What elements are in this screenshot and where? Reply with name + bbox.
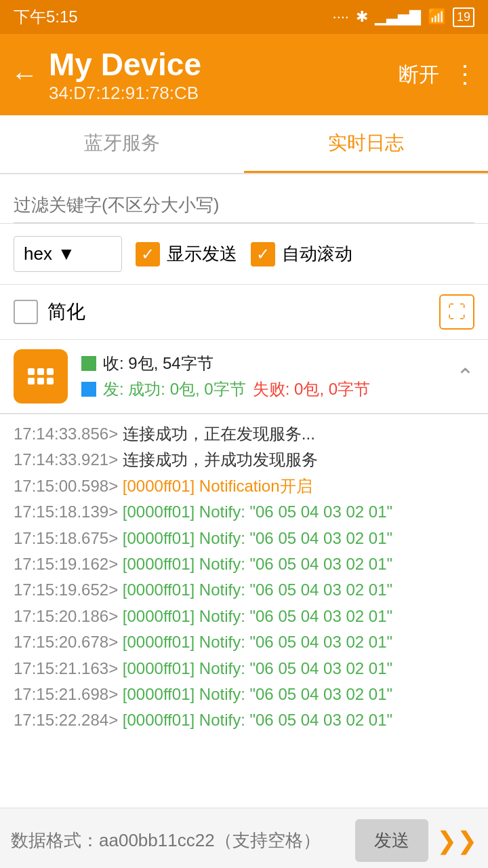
simplify-row: 简化 ⛶ [0,285,488,340]
log-message: [0000ff01] Notify: "06 05 04 03 02 01" [118,659,392,677]
log-time: 17:15:20.186> [14,607,118,625]
log-entry: 17:15:18.675> [0000ff01] Notify: "06 05 … [14,526,474,551]
collapse-stats-button[interactable]: ⌃ [456,363,474,389]
log-message: 连接成功，正在发现服务... [118,425,315,443]
log-time: 17:15:18.675> [14,529,118,547]
log-time: 17:15:21.163> [14,659,118,677]
battery-icon: 19 [453,7,474,27]
controls-row: hex ▼ ✓ 显示发送 ✓ 自动滚动 [0,224,488,285]
filter-input[interactable] [14,188,474,223]
log-time: 17:14:33.921> [14,450,118,469]
status-bar: 下午5:15 ···· ✱ ▁▃▅▇ 📶 19 [0,0,488,34]
log-message: [0000ff01] Notify: "06 05 04 03 02 01" [118,607,392,625]
log-entry: 17:14:33.856> 连接成功，正在发现服务... [14,421,474,447]
log-message: [0000ff01] Notify: "06 05 04 03 02 01" [118,633,392,651]
app-bar-actions: 断开 ⋮ [399,60,477,89]
send-row: 发送 ❯❯ [11,819,477,862]
status-time: 下午5:15 [14,6,78,28]
send-button[interactable]: 发送 [355,819,428,862]
cellular-icon: ▁▃▅▇ [375,8,421,26]
device-address: 34:D7:12:91:78:CB [49,83,388,104]
stats-icon [14,349,68,403]
chevron-down-icon: ▼ [58,243,75,264]
expand-log-button[interactable]: ⛶ [439,294,474,330]
signal-icon: ···· [333,8,349,26]
log-message: [0000ff01] Notify: "06 05 04 03 02 01" [118,555,392,573]
log-entry: 17:15:21.163> [0000ff01] Notify: "06 05 … [14,656,474,682]
app-bar: ← My Device 34:D7:12:91:78:CB 断开 ⋮ [0,34,488,115]
stats-text: 收: 9包, 54字节 发: 成功: 0包, 0字节 失败: 0包, 0字节 [81,353,443,400]
log-entry: 17:15:20.678> [0000ff01] Notify: "06 05 … [14,629,474,655]
show-send-checkbox[interactable]: ✓ 显示发送 [136,242,237,267]
log-entry: 17:14:33.921> 连接成功，并成功发现服务 [14,447,474,473]
log-time: 17:15:21.698> [14,685,118,703]
log-message: [0000ff01] Notification开启 [118,477,312,495]
tab-realtime-log[interactable]: 实时日志 [244,115,488,173]
wifi-icon: 📶 [428,8,446,26]
send-indicator [81,382,96,397]
log-time: 17:14:33.856> [14,425,118,443]
log-time: 17:15:00.598> [14,477,118,495]
log-area: 17:14:33.856> 连接成功，正在发现服务...17:14:33.921… [0,414,488,808]
recv-stats: 收: 9包, 54字节 [103,353,214,374]
send-success-stats: 发: 成功: 0包, 0字节 [103,378,246,400]
device-name: My Device [49,46,388,83]
auto-scroll-checkbox[interactable]: ✓ 自动滚动 [251,242,352,267]
log-entry: 17:15:21.698> [0000ff01] Notify: "06 05 … [14,682,474,707]
log-message: [0000ff01] Notify: "06 05 04 03 02 01" [118,529,392,547]
disconnect-button[interactable]: 断开 [399,61,439,89]
log-time: 17:15:19.652> [14,580,118,599]
format-select[interactable]: hex ▼ [14,236,122,272]
log-message: [0000ff01] Notify: "06 05 04 03 02 01" [118,685,392,703]
log-entry: 17:15:22.284> [0000ff01] Notify: "06 05 … [14,707,474,733]
log-message: [0000ff01] Notify: "06 05 04 03 02 01" [118,711,392,729]
back-button[interactable]: ← [11,60,38,90]
app-title-block: My Device 34:D7:12:91:78:CB [49,46,388,104]
tab-bar: 蓝牙服务 实时日志 [0,115,488,174]
simplify-checkbox[interactable] [14,300,38,324]
log-time: 17:15:20.678> [14,633,118,651]
send-fail-stats: 失败: 0包, 0字节 [253,378,370,400]
recv-indicator [81,356,96,371]
tab-bluetooth-service[interactable]: 蓝牙服务 [0,115,244,173]
expand-down-icon[interactable]: ❯❯ [436,827,477,855]
log-entry: 17:15:19.652> [0000ff01] Notify: "06 05 … [14,577,474,603]
log-entry: 17:15:19.162> [0000ff01] Notify: "06 05 … [14,551,474,577]
log-entry: 17:15:00.598> [0000ff01] Notification开启 [14,473,474,499]
log-message: 连接成功，并成功发现服务 [118,450,318,469]
log-entry: 17:15:18.139> [0000ff01] Notify: "06 05 … [14,499,474,525]
show-send-check-icon: ✓ [136,242,160,267]
log-time: 17:15:19.162> [14,555,118,573]
more-options-button[interactable]: ⋮ [453,60,477,89]
log-time: 17:15:22.284> [14,711,118,729]
log-message: [0000ff01] Notify: "06 05 04 03 02 01" [118,502,392,521]
log-entry: 17:15:20.186> [0000ff01] Notify: "06 05 … [14,604,474,629]
filter-section [0,174,488,224]
bluetooth-icon: ✱ [356,8,368,26]
status-icons: ···· ✱ ▁▃▅▇ 📶 19 [333,7,474,27]
log-time: 17:15:18.139> [14,502,118,521]
simplify-label: 简化 [47,299,85,325]
send-data-input[interactable] [11,830,347,851]
expand-icon: ⛶ [448,302,466,323]
bottom-bar: 发送 ❯❯ hex ▼ Default No Response Signed 循… [0,808,488,868]
log-message: [0000ff01] Notify: "06 05 04 03 02 01" [118,580,392,599]
stats-panel: 收: 9包, 54字节 发: 成功: 0包, 0字节 失败: 0包, 0字节 ⌃ [0,340,488,414]
auto-scroll-check-icon: ✓ [251,242,275,267]
